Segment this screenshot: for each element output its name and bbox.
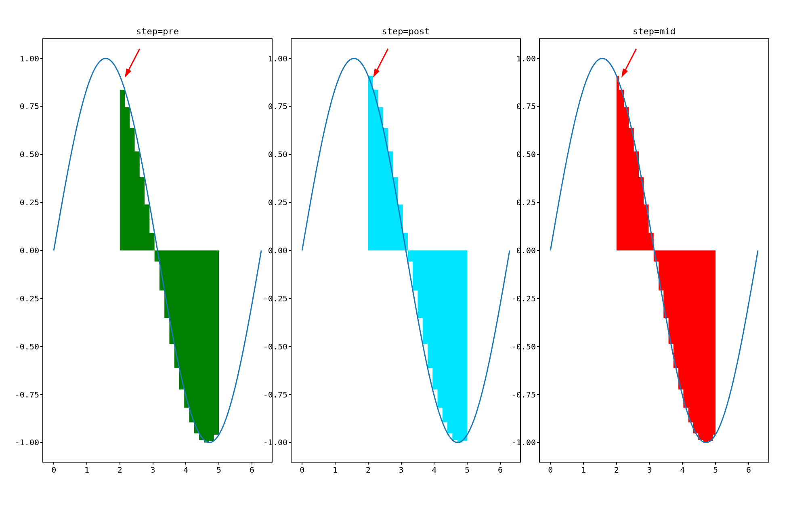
ytick-label: 1.00 [516, 54, 536, 63]
xtick-label: 3 [151, 465, 155, 475]
xtick-mark [153, 462, 153, 465]
xtick-mark [682, 462, 683, 465]
xtick-label: 5 [216, 465, 221, 475]
xtick-label: 4 [183, 465, 188, 475]
ytick-mark [537, 106, 540, 107]
ytick-label: 0.00 [268, 246, 287, 255]
annotation-arrow-shaft [625, 49, 636, 70]
xtick-label: 6 [498, 465, 503, 475]
ytick-mark [289, 346, 292, 347]
ytick-mark [289, 106, 292, 107]
xtick-label: 0 [51, 465, 56, 475]
ytick-label: 0.00 [20, 246, 39, 255]
sine-curve [302, 59, 510, 443]
xtick-label: 2 [366, 465, 371, 475]
ytick-mark [40, 346, 43, 347]
plot-svg [540, 39, 768, 462]
xtick-label: 3 [399, 465, 404, 475]
ytick-label: -0.75 [263, 390, 287, 400]
xtick-label: 2 [117, 465, 122, 475]
subplot-title: step=mid [539, 26, 769, 36]
xtick-label: 1 [84, 465, 89, 475]
xtick-label: 3 [647, 465, 652, 475]
ytick-mark [537, 154, 540, 155]
xtick-mark [252, 462, 252, 465]
ytick-label: 0.25 [20, 198, 39, 207]
ytick-label: 1.00 [20, 54, 39, 63]
xtick-mark [335, 462, 336, 465]
ytick-label: 0.50 [516, 149, 536, 159]
ytick-mark [537, 442, 540, 443]
ytick-label: 0.50 [20, 149, 39, 159]
subplot-step-pre: step=pre 0123456-1.00-0.75-0.50-0.250.00… [42, 38, 273, 463]
xtick-label: 1 [333, 465, 338, 475]
xtick-label: 0 [300, 465, 304, 475]
sine-curve [54, 59, 261, 443]
xtick-mark [500, 462, 501, 465]
figure: step=pre 0123456-1.00-0.75-0.50-0.250.00… [0, 0, 812, 509]
ytick-mark [40, 154, 43, 155]
ytick-label: -0.50 [512, 342, 536, 351]
ytick-mark [40, 250, 43, 251]
ytick-label: -0.25 [15, 294, 39, 303]
xtick-mark [302, 462, 302, 465]
plot-area: 0123456-1.00-0.75-0.50-0.250.000.250.500… [291, 38, 521, 463]
xtick-mark [467, 462, 468, 465]
ytick-label: 0.00 [516, 246, 536, 255]
ytick-label: -1.00 [512, 437, 536, 447]
annotation-arrow-head [373, 68, 380, 78]
ytick-mark [289, 202, 292, 203]
ytick-label: -1.00 [263, 437, 287, 447]
ytick-label: -0.50 [263, 342, 287, 351]
step-fill [368, 76, 467, 443]
xtick-mark [616, 462, 617, 465]
ytick-label: -0.75 [512, 390, 536, 400]
ytick-mark [40, 58, 43, 59]
ytick-mark [537, 250, 540, 251]
ytick-label: -1.00 [15, 437, 39, 447]
annotation-arrow-shaft [129, 49, 140, 70]
ytick-mark [537, 394, 540, 395]
xtick-label: 5 [465, 465, 470, 475]
xtick-mark [120, 462, 120, 465]
subplot-title: step=pre [42, 26, 273, 36]
ytick-label: 0.75 [268, 101, 287, 111]
xtick-label: 5 [713, 465, 718, 475]
ytick-mark [40, 298, 43, 299]
xtick-mark [53, 462, 54, 465]
xtick-mark [86, 462, 87, 465]
ytick-mark [289, 394, 292, 395]
xtick-mark [748, 462, 749, 465]
xtick-mark [368, 462, 369, 465]
plot-area: 0123456-1.00-0.75-0.50-0.250.000.250.500… [539, 38, 769, 463]
subplot-title: step=post [291, 26, 521, 36]
ytick-label: -0.50 [15, 342, 39, 351]
xtick-label: 6 [746, 465, 751, 475]
ytick-mark [40, 394, 43, 395]
ytick-mark [289, 250, 292, 251]
subplot-step-post: step=post 0123456-1.00-0.75-0.50-0.250.0… [291, 38, 521, 463]
ytick-label: -0.25 [512, 294, 536, 303]
annotation-arrow-head [125, 68, 131, 78]
plot-svg [43, 39, 272, 462]
xtick-label: 2 [614, 465, 619, 475]
ytick-mark [537, 58, 540, 59]
ytick-mark [40, 106, 43, 107]
ytick-label: -0.25 [263, 294, 287, 303]
xtick-label: 1 [581, 465, 586, 475]
xtick-mark [715, 462, 716, 465]
ytick-label: 1.00 [268, 54, 287, 63]
xtick-label: 4 [680, 465, 685, 475]
sine-curve [550, 59, 758, 443]
ytick-label: 0.25 [268, 198, 287, 207]
xtick-label: 4 [432, 465, 436, 475]
ytick-mark [289, 442, 292, 443]
ytick-label: 0.75 [516, 101, 536, 111]
ytick-mark [289, 154, 292, 155]
xtick-mark [434, 462, 434, 465]
xtick-mark [218, 462, 219, 465]
xtick-mark [550, 462, 551, 465]
xtick-label: 6 [250, 465, 254, 475]
ytick-label: 0.25 [516, 198, 536, 207]
annotation-arrow-head [621, 68, 628, 78]
